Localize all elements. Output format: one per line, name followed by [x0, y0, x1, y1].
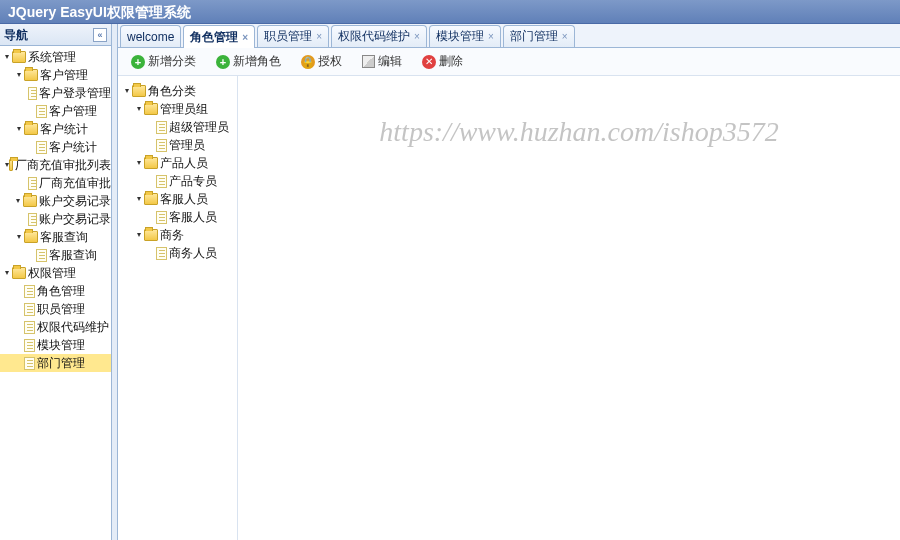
expand-icon[interactable]: ▾	[14, 232, 24, 242]
tree-node-label: 角色分类	[148, 82, 196, 100]
expand-icon[interactable]: ▾	[134, 104, 144, 114]
expand-icon[interactable]: ▾	[134, 158, 144, 168]
file-icon	[24, 357, 35, 370]
tree-node[interactable]: ▾商务	[120, 226, 235, 244]
file-icon	[156, 211, 167, 224]
new-category-button[interactable]: + 新增分类	[124, 50, 203, 73]
tree-node[interactable]: 客服人员	[120, 208, 235, 226]
new-role-label: 新增角色	[233, 53, 281, 70]
tree-spacer	[20, 88, 28, 98]
tree-node[interactable]: ▾厂商充值审批列表	[0, 156, 111, 174]
tab-label: 权限代码维护	[338, 28, 410, 45]
tree-node-label: 客户管理	[49, 102, 97, 120]
folder-icon	[9, 159, 14, 171]
tree-node[interactable]: ▾客服查询	[0, 228, 111, 246]
close-icon[interactable]: ×	[562, 31, 568, 42]
file-icon	[156, 175, 167, 188]
role-category-tree[interactable]: ▾角色分类▾管理员组超级管理员管理员▾产品人员产品专员▾客服人员客服人员▾商务商…	[118, 76, 238, 540]
folder-icon	[12, 267, 26, 279]
tree-node[interactable]: ▾管理员组	[120, 100, 235, 118]
tree-node-label: 权限管理	[28, 264, 76, 282]
edit-button[interactable]: 编辑	[355, 50, 409, 73]
tree-node[interactable]: 管理员	[120, 136, 235, 154]
tree-node[interactable]: 职员管理	[0, 300, 111, 318]
tree-node-label: 职员管理	[37, 300, 85, 318]
tree-node[interactable]: ▾账户交易记录	[0, 192, 111, 210]
close-icon[interactable]: ×	[488, 31, 494, 42]
tree-node[interactable]: 客户登录管理	[0, 84, 111, 102]
tree-node[interactable]: 客户统计	[0, 138, 111, 156]
tree-node[interactable]: ▾系统管理	[0, 48, 111, 66]
tree-node-label: 客服人员	[160, 190, 208, 208]
tree-spacer	[14, 322, 24, 332]
folder-icon	[24, 231, 38, 243]
tab[interactable]: 权限代码维护×	[331, 25, 427, 47]
expand-icon[interactable]: ▾	[2, 52, 12, 62]
tab[interactable]: 部门管理×	[503, 25, 575, 47]
new-role-button[interactable]: + 新增角色	[209, 50, 288, 73]
expand-icon[interactable]: ▾	[2, 268, 12, 278]
tree-node[interactable]: 商务人员	[120, 244, 235, 262]
expand-icon[interactable]: ▾	[14, 124, 24, 134]
folder-icon	[144, 103, 158, 115]
expand-icon[interactable]: ▾	[14, 196, 24, 206]
tree-spacer	[14, 340, 24, 350]
layout: 导航 « ▾系统管理▾客户管理客户登录管理客户管理▾客户统计客户统计▾厂商充值审…	[0, 24, 900, 540]
folder-icon	[132, 85, 146, 97]
tab[interactable]: 角色管理×	[183, 25, 255, 48]
nav-collapse-button[interactable]: «	[93, 28, 107, 42]
close-icon[interactable]: ×	[414, 31, 420, 42]
tab-strip: welcome角色管理×职员管理×权限代码维护×模块管理×部门管理×	[118, 24, 900, 48]
tab[interactable]: 职员管理×	[257, 25, 329, 47]
tree-node[interactable]: 产品专员	[120, 172, 235, 190]
tree-spacer	[26, 250, 36, 260]
tree-node[interactable]: 模块管理	[0, 336, 111, 354]
tree-node[interactable]: 部门管理	[0, 354, 111, 372]
detail-area: https://www.huzhan.com/ishop3572	[238, 76, 900, 540]
tab-label: 角色管理	[190, 29, 238, 46]
expand-icon[interactable]: ▾	[122, 86, 132, 96]
tab[interactable]: welcome	[120, 25, 181, 47]
tab[interactable]: 模块管理×	[429, 25, 501, 47]
tree-node[interactable]: 超级管理员	[120, 118, 235, 136]
expand-icon[interactable]: ▾	[134, 230, 144, 240]
nav-panel: 导航 « ▾系统管理▾客户管理客户登录管理客户管理▾客户统计客户统计▾厂商充值审…	[0, 24, 112, 540]
tree-node[interactable]: 角色管理	[0, 282, 111, 300]
expand-icon[interactable]: ▾	[14, 70, 24, 80]
tree-spacer	[14, 304, 24, 314]
tree-node[interactable]: 账户交易记录	[0, 210, 111, 228]
tree-node[interactable]: ▾客服人员	[120, 190, 235, 208]
watermark-text: https://www.huzhan.com/ishop3572	[278, 116, 880, 148]
lock-icon: 🔒	[301, 55, 315, 69]
tree-node[interactable]: ▾产品人员	[120, 154, 235, 172]
expand-icon[interactable]: ▾	[5, 160, 9, 170]
delete-icon: ✕	[422, 55, 436, 69]
tree-spacer	[14, 358, 24, 368]
file-icon	[28, 177, 37, 190]
tree-node-label: 账户交易记录	[39, 192, 111, 210]
tree-node-label: 权限代码维护	[37, 318, 109, 336]
folder-icon	[144, 229, 158, 241]
tab-content: + 新增分类 + 新增角色 🔒 授权 编辑 ✕ 删除	[118, 48, 900, 540]
tree-node[interactable]: ▾客户管理	[0, 66, 111, 84]
tree-node[interactable]: 客服查询	[0, 246, 111, 264]
tree-node[interactable]: ▾权限管理	[0, 264, 111, 282]
delete-button[interactable]: ✕ 删除	[415, 50, 470, 73]
tree-node[interactable]: 客户管理	[0, 102, 111, 120]
tree-node[interactable]: 权限代码维护	[0, 318, 111, 336]
tree-node-label: 管理员	[169, 136, 205, 154]
authorize-button[interactable]: 🔒 授权	[294, 50, 349, 73]
expand-icon[interactable]: ▾	[134, 194, 144, 204]
tree-node[interactable]: ▾客户统计	[0, 120, 111, 138]
tab-label: 模块管理	[436, 28, 484, 45]
tree-node-label: 商务人员	[169, 244, 217, 262]
close-icon[interactable]: ×	[316, 31, 322, 42]
tree-node[interactable]: ▾角色分类	[120, 82, 235, 100]
tree-spacer	[146, 122, 156, 132]
add-icon: +	[131, 55, 145, 69]
close-icon[interactable]: ×	[242, 32, 248, 43]
tree-node-label: 厂商充值审批列表	[15, 156, 111, 174]
nav-tree[interactable]: ▾系统管理▾客户管理客户登录管理客户管理▾客户统计客户统计▾厂商充值审批列表厂商…	[0, 46, 111, 540]
folder-icon	[144, 157, 158, 169]
tree-node[interactable]: 厂商充值审批	[0, 174, 111, 192]
